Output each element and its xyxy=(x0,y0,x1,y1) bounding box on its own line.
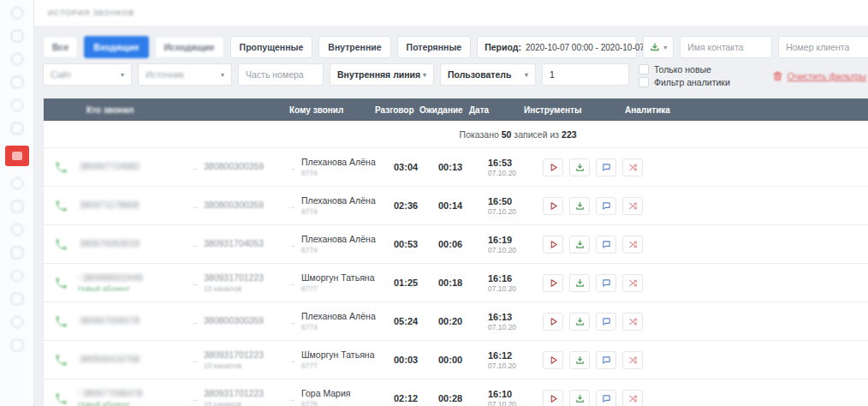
incoming-call-icon xyxy=(44,160,78,175)
download-record-button[interactable] xyxy=(569,158,590,176)
sidebar-icon-8[interactable] xyxy=(11,177,23,189)
play-record-button[interactable] xyxy=(543,197,563,215)
play-record-button[interactable] xyxy=(543,236,563,254)
sidebar-icon-15[interactable] xyxy=(11,339,23,351)
arrow-right-icon: → xyxy=(282,355,301,365)
caller-number: 380676063018 xyxy=(80,238,140,248)
download-record-button[interactable] xyxy=(569,313,590,331)
shown-count: 50 xyxy=(502,129,512,140)
source-select[interactable]: Источник ▾ xyxy=(138,63,232,86)
tab-incoming[interactable]: Входящие xyxy=(84,36,148,58)
play-record-button[interactable] xyxy=(543,351,563,369)
arrow-right-icon: → xyxy=(282,394,301,403)
play-record-button[interactable] xyxy=(543,274,563,292)
sidebar-item-call-history-active[interactable] xyxy=(5,146,29,166)
internal-line-value: Внутренняя линия xyxy=(337,69,420,80)
talk-duration: 05:24 xyxy=(394,316,438,326)
sidebar-icon-11[interactable] xyxy=(11,247,23,259)
sidebar-icon-2[interactable] xyxy=(11,30,23,42)
play-record-button[interactable] xyxy=(543,390,563,406)
table-row: 380506416768 → 380931701223 10 каналов →… xyxy=(44,340,868,379)
talk-duration: 00:03 xyxy=(394,355,438,365)
table-header: Кто звонил Кому звонил Разговор Ожидание… xyxy=(44,99,868,121)
tab-lost[interactable]: Потерянные xyxy=(397,36,472,58)
comment-button[interactable] xyxy=(596,390,616,406)
wait-duration: 00:13 xyxy=(438,162,488,172)
number-part-input[interactable] xyxy=(238,63,324,86)
client-number-input[interactable] xyxy=(778,36,868,58)
table-row: *380998002449 Новый абонент → 3809317012… xyxy=(44,263,868,302)
internal-line-select[interactable]: Внутренняя линия ▾ xyxy=(330,63,434,86)
comment-button[interactable] xyxy=(596,158,616,176)
play-record-button[interactable] xyxy=(543,313,563,331)
new-subscriber-marker: * xyxy=(78,274,81,283)
sidebar-icon-5[interactable] xyxy=(11,99,23,111)
comment-button[interactable] xyxy=(596,351,616,369)
chevron-down-icon: ▾ xyxy=(221,71,224,79)
callee-name: Гора Мария xyxy=(301,388,394,398)
comment-button[interactable] xyxy=(596,197,616,215)
site-select[interactable]: Сайт ▾ xyxy=(43,63,132,86)
comment-button[interactable] xyxy=(596,274,616,292)
analytics-filter-checkbox[interactable] xyxy=(639,77,649,87)
tab-all[interactable]: Все xyxy=(43,36,78,58)
transfer-call-button[interactable] xyxy=(622,274,643,292)
call-time: 16:13 xyxy=(488,312,543,322)
transfer-call-button[interactable] xyxy=(622,390,643,406)
tab-internal[interactable]: Внутренние xyxy=(318,36,390,58)
play-record-button[interactable] xyxy=(543,158,563,176)
callee-name: Шморгун Татьяна xyxy=(301,272,394,283)
tab-missed[interactable]: Пропущенные xyxy=(230,36,313,58)
arrow-right-icon: → xyxy=(185,394,204,403)
download-record-button[interactable] xyxy=(569,274,590,292)
incoming-call-icon xyxy=(44,391,78,406)
comment-button[interactable] xyxy=(596,236,616,254)
download-record-button[interactable] xyxy=(569,351,590,369)
download-record-button[interactable] xyxy=(569,236,590,254)
tab-outgoing[interactable]: Исходящие xyxy=(155,36,224,58)
transfer-call-button[interactable] xyxy=(622,197,643,215)
transfer-call-button[interactable] xyxy=(622,236,643,254)
transfer-call-button[interactable] xyxy=(622,313,643,331)
download-record-button[interactable] xyxy=(569,390,590,406)
sidebar-icon-14[interactable] xyxy=(11,316,23,328)
line-sublabel: 10 каналов xyxy=(204,284,282,293)
transfer-call-button[interactable] xyxy=(622,158,643,176)
column-tools: Инструменты xyxy=(524,105,625,115)
user-number-input[interactable] xyxy=(542,63,629,86)
export-button[interactable]: ▾ xyxy=(643,36,674,58)
chevron-down-icon: ▾ xyxy=(423,71,426,79)
wait-duration: 00:14 xyxy=(438,200,488,211)
analytics-filter-checkbox-row[interactable]: Фильтр аналитики xyxy=(639,77,730,87)
sidebar-icon-3[interactable] xyxy=(11,53,23,65)
contact-name-input[interactable] xyxy=(680,36,772,58)
line-number: 380931701223 xyxy=(204,388,282,398)
sidebar-icon-6[interactable] xyxy=(11,122,23,134)
user-select[interactable]: Пользователь ▾ xyxy=(440,63,536,86)
sidebar-icon-12[interactable] xyxy=(11,270,23,282)
comment-button[interactable] xyxy=(596,313,616,331)
transfer-call-button[interactable] xyxy=(622,351,643,369)
callee-name: Плеханова Алёна xyxy=(301,157,394,167)
caller-number: 380506416768 xyxy=(80,354,140,364)
only-new-label: Только новые xyxy=(654,64,711,75)
topbar: ИСТОРИЯ ЗВОНКОВ Главная / История звонко… xyxy=(34,0,868,26)
sidebar-icon-1[interactable] xyxy=(11,7,23,19)
call-date: 07.10.20 xyxy=(488,400,543,406)
call-time: 16:19 xyxy=(488,235,543,245)
sidebar-icon-4[interactable] xyxy=(11,76,23,88)
clear-filters-button[interactable]: Очистить фильтры xyxy=(772,63,866,82)
chevron-down-icon: ▾ xyxy=(525,71,528,79)
sidebar-icon-13[interactable] xyxy=(11,293,23,305)
chevron-down-icon: ▾ xyxy=(663,44,667,51)
table-row: *380677096478 Новый абонент → 3809317012… xyxy=(44,379,868,406)
download-record-button[interactable] xyxy=(569,197,590,215)
callee-extension: 6774 xyxy=(301,169,394,177)
sidebar-icon-9[interactable] xyxy=(11,200,23,212)
only-new-checkbox-row[interactable]: Только новые xyxy=(639,64,730,75)
line-number: 380931701223 xyxy=(204,349,282,360)
sidebar-icon-10[interactable] xyxy=(11,224,23,236)
incoming-call-icon xyxy=(44,237,78,252)
only-new-checkbox[interactable] xyxy=(639,64,649,75)
period-filter[interactable]: Период: 2020-10-07 00:00 - 2020-10-07 23… xyxy=(477,36,637,58)
